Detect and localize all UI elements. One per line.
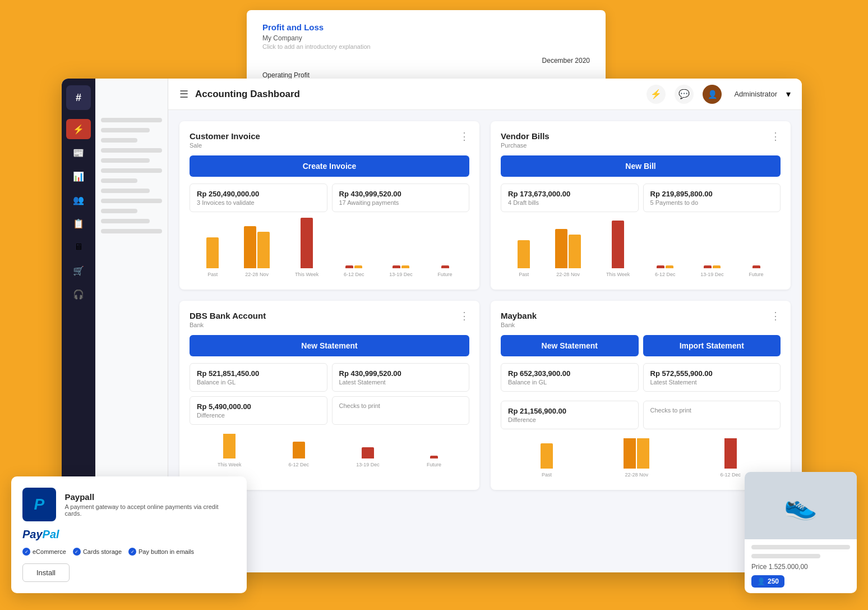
paypal-popup: P Paypall A payment gateway to accept on… [11,476,247,593]
message-icon[interactable]: 💬 [675,85,694,104]
nav-line-9 [101,199,162,203]
dbs-stat2[interactable]: Rp 430,999,520.00 Latest Statement [332,363,470,392]
mb-stat1-amount: Rp 652,303,900.00 [508,369,631,378]
cart-icon: 🛒 [73,265,84,276]
sidebar-item-documents[interactable]: 📋 [66,213,91,233]
stat2-amount: Rp 430,999,520.00 [339,190,463,198]
customer-invoice-stats: Rp 250,490,000.00 3 Invoices to validate… [190,184,469,212]
sidebar-item-support[interactable]: 🎧 [66,284,91,304]
admin-label[interactable]: Administrator [734,90,777,98]
dbs-new-statement-button[interactable]: New Statement [190,335,469,356]
vb-bar-nov2 [569,235,581,268]
dbs-bank-subtitle: Bank [190,322,266,328]
customer-invoice-menu[interactable]: ⋮ [459,131,469,141]
maybank-new-statement-button[interactable]: New Statement [501,335,639,356]
mb-label-past: Past [542,472,552,478]
page-title: Accounting Dashboard [195,89,647,100]
avatar: 👤 [703,85,722,104]
maybank-import-statement-button[interactable]: Import Statement [643,335,781,356]
paypal-desc: A payment gateway to accept online payme… [65,503,236,517]
pnl-title: Profit and Loss [262,22,590,32]
sidebar-item-flash[interactable]: ⚡ [66,119,91,139]
dbs-label-2: 6-12 Dec [289,462,310,467]
bar-dec612-2 [354,265,362,268]
dbs-label-3: 13-19 Dec [356,462,380,467]
paypal-feature-ecommerce: ✓ eCommerce [22,548,66,556]
shoe-image: 👟 [784,490,818,521]
dbs-label-4: Future [427,462,441,467]
dashboard-grid: Customer Invoice Sale ⋮ Create Invoice R… [179,121,791,490]
pnl-date: December 2020 [262,57,590,65]
bar-label-1319: 13-19 Dec [389,272,413,277]
customer-invoice-card: Customer Invoice Sale ⋮ Create Invoice R… [179,121,479,290]
paypal-feature-cards: ✓ Cards storage [73,548,122,556]
vb-stat1-label: 4 Draft bills [508,199,631,206]
stat2-label: 17 Awaiting payments [339,199,463,206]
bar-label-past: Past [207,272,218,277]
dbs-stat3-amount: Rp 5,490,000.00 [197,402,320,411]
mb-stat3-label: Difference [508,416,631,423]
mb-bar-nov1 [624,438,636,469]
vb-bar-612-2 [666,265,673,268]
mb-label-612: 6-12 Dec [720,472,741,478]
dbs-bank-menu[interactable]: ⋮ [459,311,469,321]
create-invoice-button[interactable]: Create Invoice [190,155,469,177]
shoe-image-area: 👟 [745,472,857,539]
paypal-brand: PayPal [22,528,236,541]
sidebar-item-news[interactable]: 📰 [66,143,91,163]
maybank-stat-row2: Rp 21,156,900.00 Difference Checks to pr… [501,401,781,429]
sidebar-item-chart[interactable]: 📊 [66,166,91,186]
chevron-down-icon: ▾ [786,89,791,99]
support-icon: 🎧 [73,289,84,300]
dbs-bank-header: DBS Bank Account Bank ⋮ [190,311,469,328]
flash-icon: ⚡ [73,124,84,135]
sidebar-item-users[interactable]: 👥 [66,190,91,210]
dbs-stat1-amount: Rp 521,851,450.00 [197,369,320,378]
vendor-bills-chart: Past 22-28 Nov This Week [501,221,781,277]
maybank-stats: Rp 652,303,900.00 Balance in GL Rp 572,5… [501,363,781,429]
main-content: Customer Invoice Sale ⋮ Create Invoice R… [168,110,802,572]
customer-invoice-stat1[interactable]: Rp 250,490,000.00 3 Invoices to validate [190,184,327,212]
mb-stat3-amount: Rp 21,156,900.00 [508,407,631,415]
vendor-bills-stat2[interactable]: Rp 219,895,800.00 5 Payments to do [643,184,781,212]
vendor-bills-menu[interactable]: ⋮ [770,131,781,141]
mb-bar-612 [724,438,737,469]
maybank-header: Maybank Bank ⋮ [501,311,781,328]
bar-label-nov: 22-28 Nov [245,272,269,277]
nav-line-2 [101,128,150,132]
stat1-label: 3 Invoices to validate [197,199,320,206]
maybank-menu[interactable]: ⋮ [770,311,781,321]
customer-invoice-stat2[interactable]: Rp 430,999,520.00 17 Awaiting payments [332,184,470,212]
dbs-stat2-amount: Rp 430,999,520.00 [339,369,463,378]
notification-icon[interactable]: ⚡ [647,85,666,104]
check-icon-3: ✓ [128,548,136,556]
bar-dec1319-1 [393,265,400,268]
shoe-price: Price 1.525.000,00 [751,563,850,571]
dbs-stat4[interactable]: Checks to print [332,396,470,425]
vendor-bills-stats: Rp 173,673,000.00 4 Draft bills Rp 219,8… [501,184,781,212]
pnl-intro: Click to add an introductory explanation [262,43,590,50]
maybank-chart: Past 22-28 Nov 6-12 Dec [501,438,781,478]
vb-stat2-amount: Rp 219,895,800.00 [650,190,774,198]
sidebar-item-cart[interactable]: 🛒 [66,260,91,281]
maybank-subtitle: Bank [501,322,537,328]
bar-dec1319-2 [401,265,409,268]
dbs-bar-4 [430,456,438,458]
sidebar-item-monitor[interactable]: 🖥 [66,237,91,257]
maybank-stat3[interactable]: Rp 21,156,900.00 Difference [501,401,639,429]
new-bill-button[interactable]: New Bill [501,155,781,177]
maybank-stat4[interactable]: Checks to print [643,401,781,429]
vendor-bills-subtitle: Purchase [501,142,550,149]
install-button[interactable]: Install [22,563,70,582]
vendor-bills-stat1[interactable]: Rp 173,673,000.00 4 Draft bills [501,184,639,212]
dbs-stat3[interactable]: Rp 5,490,000.00 Difference [190,396,327,425]
dbs-stat1[interactable]: Rp 521,851,450.00 Balance in GL [190,363,327,392]
hamburger-icon[interactable]: ☰ [179,88,188,100]
maybank-stat1[interactable]: Rp 652,303,900.00 Balance in GL [501,363,639,392]
nav-line-7 [101,178,137,183]
nav-line-5 [101,158,150,163]
vendor-bills-header: Vendor Bills Purchase ⋮ [501,131,781,149]
maybank-stat2[interactable]: Rp 572,555,900.00 Latest Statement [643,363,781,392]
dbs-stat1-label: Balance in GL [197,379,320,386]
nav-line-4 [101,148,162,153]
